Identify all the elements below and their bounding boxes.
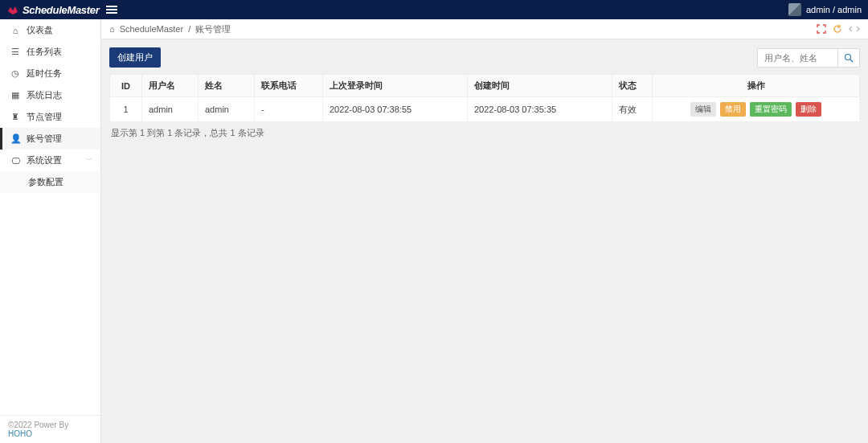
brand-label: ScheduleMaster bbox=[23, 4, 100, 16]
search-button[interactable] bbox=[837, 48, 860, 68]
sidebar-item-label: 系统日志 bbox=[27, 89, 62, 101]
create-user-button[interactable]: 创建用户 bbox=[109, 47, 161, 68]
th-status: 状态 bbox=[612, 75, 653, 97]
topbar: ScheduleMaster admin / admin bbox=[0, 0, 868, 19]
user-display[interactable]: admin / admin bbox=[806, 5, 862, 14]
th-phone: 联系电话 bbox=[255, 75, 323, 97]
sidebar-item-label: 仪表盘 bbox=[27, 24, 53, 36]
svg-point-0 bbox=[845, 54, 851, 59]
chevron-down-icon: ﹀ bbox=[85, 155, 92, 166]
svg-line-1 bbox=[850, 59, 853, 62]
breadcrumb-actions bbox=[817, 24, 860, 34]
breadcrumb-bar: ⌂ ScheduleMaster / 账号管理 bbox=[101, 19, 868, 39]
sidebar-footer: ©2022 Power By HOHO bbox=[0, 415, 100, 443]
cell-lastlogin: 2022-08-03 07:38:55 bbox=[323, 97, 468, 122]
footer-link[interactable]: HOHO bbox=[8, 429, 32, 438]
fullscreen-icon[interactable] bbox=[817, 24, 826, 34]
cell-status: 有效 bbox=[612, 97, 653, 122]
sidebar: ⌂ 仪表盘 ☰ 任务列表 ◷ 延时任务 ▦ 系统日志 ♜ 节点管理 👤 账号管理 bbox=[0, 19, 101, 443]
menu-toggle-icon[interactable] bbox=[106, 6, 117, 14]
brand[interactable]: ScheduleMaster bbox=[6, 4, 100, 16]
th-id: ID bbox=[110, 75, 142, 97]
sidebar-item-tasks[interactable]: ☰ 任务列表 bbox=[0, 41, 100, 63]
disable-button[interactable]: 禁用 bbox=[720, 102, 746, 117]
clock-icon: ◷ bbox=[10, 68, 20, 79]
nodes-icon: ♜ bbox=[10, 112, 20, 122]
sidebar-subitem-params[interactable]: 参数配置 bbox=[0, 171, 100, 193]
logo-icon bbox=[6, 5, 19, 14]
th-username: 用户名 bbox=[142, 75, 199, 97]
topbar-left: ScheduleMaster bbox=[6, 4, 117, 16]
cell-created: 2022-08-03 07:35:35 bbox=[468, 97, 612, 122]
breadcrumb-current: 账号管理 bbox=[195, 23, 231, 35]
cell-id: 1 bbox=[110, 97, 142, 122]
breadcrumb: ⌂ ScheduleMaster / 账号管理 bbox=[109, 23, 231, 35]
sidebar-item-label: 节点管理 bbox=[27, 111, 62, 123]
expand-icon[interactable] bbox=[849, 24, 860, 34]
sidebar-item-dashboard[interactable]: ⌂ 仪表盘 bbox=[0, 19, 100, 41]
sidebar-item-label: 延时任务 bbox=[27, 68, 62, 80]
sidebar-item-label: 系统设置 bbox=[27, 154, 62, 166]
grid-icon: ▦ bbox=[10, 90, 20, 100]
sidebar-item-label: 账号管理 bbox=[27, 133, 62, 145]
breadcrumb-sep: / bbox=[188, 24, 190, 34]
users-table: ID 用户名 姓名 联系电话 上次登录时间 创建时间 状态 操作 1 admin bbox=[109, 74, 860, 122]
side-nav: ⌂ 仪表盘 ☰ 任务列表 ◷ 延时任务 ▦ 系统日志 ♜ 节点管理 👤 账号管理 bbox=[0, 19, 100, 415]
sidebar-item-label: 任务列表 bbox=[27, 46, 62, 58]
main: ⌂ ScheduleMaster / 账号管理 创建用户 bbox=[101, 19, 868, 443]
content: 创建用户 ID 用户名 姓名 联系电话 上次登录时间 创建 bbox=[101, 39, 868, 443]
breadcrumb-root[interactable]: ScheduleMaster bbox=[120, 24, 184, 34]
cell-username: admin bbox=[142, 97, 199, 122]
table-row: 1 admin admin - 2022-08-03 07:38:55 2022… bbox=[110, 97, 860, 122]
sidebar-subitem-label: 参数配置 bbox=[28, 177, 63, 187]
reset-password-button[interactable]: 重置密码 bbox=[750, 102, 792, 117]
list-icon: ☰ bbox=[10, 47, 20, 57]
cell-phone: - bbox=[255, 97, 323, 122]
th-realname: 姓名 bbox=[199, 75, 255, 97]
search-icon bbox=[844, 53, 854, 63]
search-input[interactable] bbox=[757, 48, 837, 68]
th-lastlogin: 上次登录时间 bbox=[323, 75, 468, 97]
refresh-icon[interactable] bbox=[833, 24, 842, 34]
sidebar-item-settings[interactable]: 🖵 系统设置 ﹀ bbox=[0, 150, 100, 171]
search-group bbox=[757, 48, 860, 68]
sidebar-item-accounts[interactable]: 👤 账号管理 bbox=[0, 128, 100, 150]
table-summary: 显示第 1 到第 1 条记录，总共 1 条记录 bbox=[109, 122, 860, 144]
delete-button[interactable]: 删除 bbox=[796, 102, 821, 117]
sidebar-item-logs[interactable]: ▦ 系统日志 bbox=[0, 84, 100, 106]
monitor-icon: 🖵 bbox=[10, 156, 20, 166]
home-icon[interactable]: ⌂ bbox=[109, 24, 115, 34]
topbar-right: admin / admin bbox=[788, 3, 862, 16]
sidebar-item-nodes[interactable]: ♜ 节点管理 bbox=[0, 106, 100, 128]
user-icon: 👤 bbox=[10, 133, 20, 144]
footer-prefix: ©2022 Power By bbox=[8, 420, 68, 429]
table-header-row: ID 用户名 姓名 联系电话 上次登录时间 创建时间 状态 操作 bbox=[110, 75, 860, 97]
toolbar: 创建用户 bbox=[109, 47, 860, 68]
edit-button[interactable]: 编辑 bbox=[690, 102, 716, 117]
home-icon: ⌂ bbox=[10, 26, 20, 35]
cell-actions: 编辑 禁用 重置密码 删除 bbox=[653, 97, 860, 122]
th-actions: 操作 bbox=[653, 75, 860, 97]
avatar[interactable] bbox=[788, 3, 801, 16]
cell-realname: admin bbox=[199, 97, 255, 122]
sidebar-item-delayed[interactable]: ◷ 延时任务 bbox=[0, 63, 100, 84]
th-created: 创建时间 bbox=[468, 75, 612, 97]
